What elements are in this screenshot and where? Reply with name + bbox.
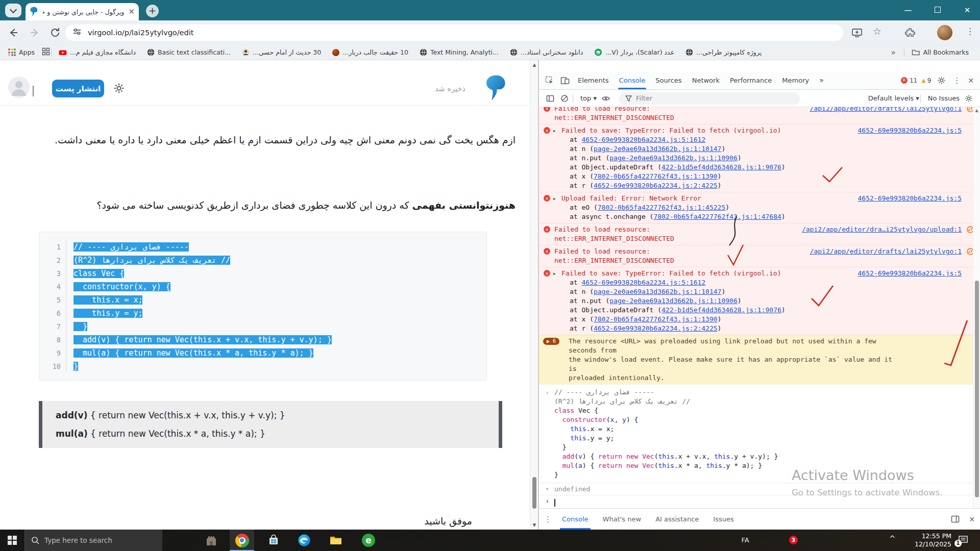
- profile-avatar[interactable]: [937, 25, 952, 40]
- install-app-icon[interactable]: [851, 27, 863, 40]
- bookmark-item[interactable]: دانلود سخنرانی استاد...: [510, 48, 583, 56]
- console-error-row[interactable]: ✕Failed to load resource:net::ERR_INTERN…: [539, 223, 980, 245]
- article-footer-text[interactable]: موفق باشید: [424, 515, 472, 527]
- console-error-row[interactable]: ✕▶Upload failed: Error: Network Errorat …: [539, 192, 980, 223]
- stack-source-link[interactable]: page-2e0ae69a13d3662b.js:1:10906: [609, 154, 737, 162]
- address-bar[interactable]: virgool.io/p/lai25ytylvgo/edit: [65, 24, 843, 41]
- account-chevron-icon[interactable]: [33, 86, 34, 95]
- new-tab-button[interactable]: +: [146, 5, 159, 17]
- drawer-tab-console[interactable]: Console: [555, 509, 596, 530]
- castle-app-icon[interactable]: [199, 530, 224, 551]
- reading-list-grid-icon[interactable]: [42, 47, 50, 57]
- stack-source-link[interactable]: page-2e0ae69a13d3662b.js:1:10147: [594, 145, 721, 153]
- drawer-menu-icon[interactable]: ⋮: [544, 515, 552, 524]
- stack-source-link[interactable]: 4652-69e993820b6a2234.js:2:4225: [594, 324, 718, 332]
- stack-source-link[interactable]: 7802-0b65fa4227762f43.js:1:1390: [594, 315, 718, 323]
- green-e-app-icon[interactable]: e: [356, 530, 381, 551]
- stack-source-link[interactable]: 422-b1d5ef4dd3634628.js:1:9076: [662, 306, 781, 314]
- inspect-element-icon[interactable]: [545, 76, 554, 85]
- stack-source-link[interactable]: page-2e0ae69a13d3662b.js:1:10147: [594, 288, 721, 295]
- more-tabs-chevron[interactable]: »: [814, 71, 829, 89]
- bookmark-item[interactable]: 10 حقیقت جالب دربار...: [332, 48, 408, 56]
- store-app-icon[interactable]: [261, 530, 286, 551]
- bookmarks-overflow-chevron[interactable]: »: [891, 48, 896, 57]
- stack-source-link[interactable]: 422-b1d5ef4dd3634628.js:1:9076: [662, 163, 781, 171]
- browser-menu-icon[interactable]: ⋮: [966, 26, 974, 36]
- action-center-icon[interactable]: 1: [958, 535, 969, 547]
- article-question[interactable]: هنوزنتوانستی بفهمی که درون این کلاسه چطو…: [36, 197, 516, 213]
- stack-source-link[interactable]: page-2e0ae69a13d3662b.js:1:10906: [609, 297, 737, 305]
- tab-console[interactable]: Console: [614, 71, 651, 89]
- drawer-tab-ai-assistance[interactable]: AI assistance: [648, 509, 706, 530]
- devtools-menu-icon[interactable]: ⋮: [953, 76, 961, 85]
- console-error-row[interactable]: ✕▶Failed to save: TypeError: Failed to f…: [539, 267, 980, 335]
- expand-triangle-icon[interactable]: ▶: [553, 194, 556, 204]
- tab-sources[interactable]: Sources: [650, 71, 687, 89]
- tab-network[interactable]: Network: [687, 71, 725, 89]
- error-count-badge[interactable]: ✕11: [901, 77, 917, 84]
- console-settings-gear-icon[interactable]: [965, 94, 973, 103]
- tab-performance[interactable]: Performance: [725, 71, 777, 89]
- live-expression-eye-icon[interactable]: [602, 95, 611, 102]
- bookmark-item[interactable]: دانشگاه مجازی فیلم م...: [59, 48, 136, 57]
- scroll-down-icon[interactable]: ▼: [530, 522, 538, 528]
- article-paragraph[interactable]: ازم هگس یخت گی نمی دونم معنی اش چیه ولی …: [36, 132, 516, 148]
- quote-block[interactable]: add(v) { return new Vec(this.x + v.x, th…: [39, 401, 502, 448]
- devtools-close-icon[interactable]: ✕: [968, 77, 974, 85]
- console-scrollbar[interactable]: ▲: [973, 107, 980, 508]
- bookmark-item[interactable]: Text Mining, Analyti...: [420, 48, 499, 56]
- console-warning-row[interactable]: ▶ 6The resource <URL> was preloaded usin…: [539, 335, 980, 384]
- source-location-link[interactable]: 4652-69e993820b6a2234.js:5: [858, 194, 962, 203]
- source-location-link[interactable]: /api2/app/editor/dra…i25ytylvgo/upload:1: [802, 225, 962, 234]
- stack-source-link[interactable]: 4652-69e993820b6a2234.js:2:4225: [594, 182, 718, 189]
- chrome-taskbar-icon[interactable]: [230, 530, 254, 551]
- reload-icon[interactable]: [49, 27, 61, 39]
- bookmark-item[interactable]: 30 حدیث از امام حسی...: [242, 48, 321, 56]
- device-toolbar-icon[interactable]: [560, 76, 570, 85]
- devtools-settings-gear-icon[interactable]: [937, 76, 946, 85]
- site-settings-icon[interactable]: [72, 27, 82, 38]
- page-scrollbar[interactable]: ▲ ▼: [530, 60, 538, 530]
- console-log-area[interactable]: ✕Failed to load resource:net::ERR_INTERN…: [539, 107, 980, 508]
- user-avatar[interactable]: [8, 77, 30, 98]
- console-error-row[interactable]: ✕Failed to load resource:net::ERR_INTERN…: [539, 107, 980, 124]
- tab-close-icon[interactable]: ✕: [128, 7, 135, 16]
- back-icon[interactable]: [7, 27, 19, 39]
- scrollbar-thumb[interactable]: [532, 477, 536, 509]
- hidden-icons-chevron[interactable]: ^: [889, 534, 896, 543]
- window-minimize-button[interactable]: —: [895, 0, 921, 20]
- source-location-link[interactable]: /api2/app/editor/drafts/lai25ytylvgo:1: [810, 107, 962, 113]
- console-filter-input[interactable]: Filter: [619, 92, 800, 105]
- stack-source-link[interactable]: 7802-0b65fa4227762f43.js:1:47684: [653, 213, 781, 220]
- console-sidebar-icon[interactable]: [546, 94, 554, 103]
- clear-console-icon[interactable]: [560, 94, 569, 103]
- warning-count-badge[interactable]: ▲9: [921, 77, 931, 84]
- console-error-row[interactable]: ✕Failed to load resource:net::ERR_INTERN…: [539, 245, 980, 267]
- taskbar-clock[interactable]: 12:55 PM 12/10/2025: [909, 532, 951, 548]
- bookmark-item[interactable]: پروژه کامپیوتر طراحی...: [685, 48, 762, 56]
- drawer-split-panel-icon[interactable]: [951, 515, 960, 523]
- scroll-up-icon[interactable]: ▲: [973, 108, 980, 113]
- bookmark-item[interactable]: عدد (Scalar)، بردار (V...: [594, 48, 674, 56]
- source-location-link[interactable]: 4652-69e993820b6a2234.js:5: [858, 269, 962, 278]
- apps-shortcut[interactable]: Apps: [19, 48, 35, 56]
- virgool-logo-icon[interactable]: [485, 74, 507, 104]
- forward-icon[interactable]: [29, 27, 41, 39]
- stack-source-link[interactable]: 7802-0b65fa4227762f43.js:1:45225: [598, 204, 725, 211]
- stack-source-link[interactable]: 7802-0b65fa4227762f43.js:1:1390: [594, 172, 718, 180]
- tab-elements[interactable]: Elements: [573, 71, 614, 89]
- log-levels-selector[interactable]: Default levels ▾: [868, 94, 919, 102]
- all-bookmarks-button[interactable]: All Bookmarks: [912, 48, 969, 56]
- window-close-button[interactable]: ✕: [954, 0, 980, 20]
- start-button[interactable]: [0, 530, 24, 551]
- issues-link[interactable]: No Issues: [928, 94, 960, 102]
- extensions-icon[interactable]: [904, 27, 916, 40]
- notification-count-badge[interactable]: 3: [789, 536, 798, 544]
- stack-source-link[interactable]: 4652-69e993820b6a2234.js:5:1612: [581, 279, 705, 286]
- console-error-row[interactable]: ✕▶Failed to save: TypeError: Failed to f…: [539, 124, 980, 192]
- drawer-close-icon[interactable]: ✕: [969, 515, 975, 523]
- scrollbar-thumb[interactable]: [975, 281, 979, 497]
- warning-count-badge[interactable]: ▶ 6: [543, 338, 559, 345]
- file-explorer-icon[interactable]: [324, 530, 348, 551]
- taskbar-search-box[interactable]: Type here to search: [24, 530, 162, 551]
